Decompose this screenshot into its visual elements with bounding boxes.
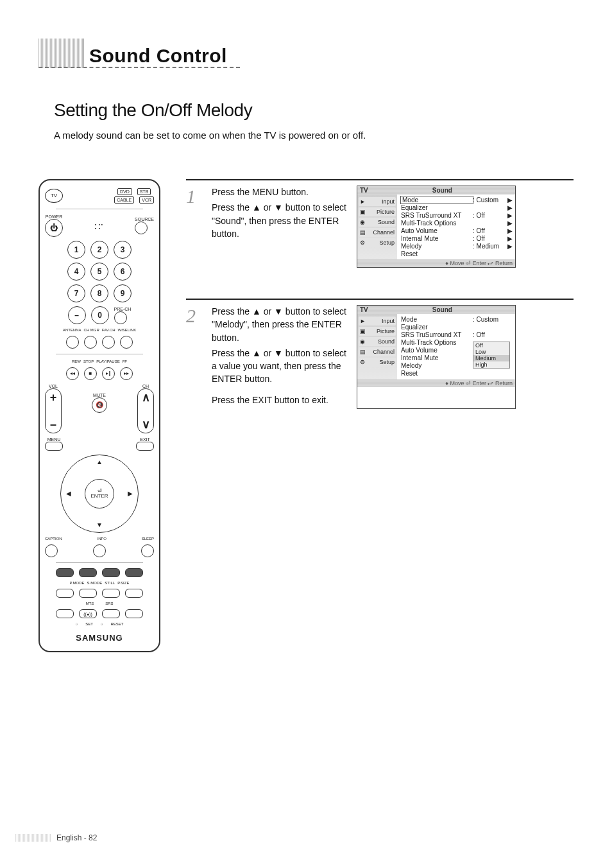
remote-rew: ◂◂ <box>66 367 79 380</box>
osd2-melody-popup: OffLowMediumHigh <box>473 342 510 369</box>
remote-row-b-labels: REWSTOPPLAY/PAUSEFF <box>72 360 127 363</box>
remote-exit-label: EXIT <box>136 437 154 442</box>
remote-chmgr <box>84 336 97 349</box>
remote-num-9: 9 <box>114 284 132 302</box>
intro-text: A melody sound can be set to come on whe… <box>54 130 574 141</box>
remote-info <box>93 544 106 557</box>
remote-prech-button <box>114 311 127 324</box>
remote-mute-button: 🔇 <box>92 397 107 413</box>
osd-tab-channel: ▤Channel <box>359 228 396 237</box>
osd1-row: Multi-Track Options▶ <box>401 220 513 227</box>
section-header: Sound Control <box>38 39 574 68</box>
osd-tab-input: ►Input <box>359 197 396 206</box>
remote-wiselink <box>120 336 133 349</box>
remote-num-0: 0 <box>91 306 109 324</box>
osd1-footer: ♦ Move ⏎ Enter ⮐ Return <box>357 259 515 267</box>
remote-antenna <box>66 336 79 349</box>
osd-tab-channel: ▤Channel <box>359 347 396 356</box>
header-ornament <box>38 39 84 68</box>
step-2-text: Press the ▲ or ▼ button to select "Melod… <box>212 305 346 409</box>
remote-tv-button: TV <box>45 189 63 203</box>
remote-prech-label: PRE-CH <box>114 307 132 311</box>
remote-smode <box>79 589 97 598</box>
remote-stop: ■ <box>84 367 97 380</box>
osd2-row: Reset <box>401 370 513 377</box>
remote-source-label: SOURCE <box>135 217 154 221</box>
remote-play: ▸‖ <box>102 367 115 380</box>
osd2-popup-option: Off <box>473 342 509 349</box>
remote-nav-down-icon: ▼ <box>96 522 103 528</box>
osd1-row: Reset <box>401 250 513 257</box>
section-title: Sound Control <box>84 45 227 68</box>
remote-favch <box>102 336 115 349</box>
osd1-title: Sound <box>372 187 513 194</box>
remote-mode-cable: CABLE <box>114 196 134 204</box>
remote-color-a <box>56 568 74 577</box>
osd1-row: SRS TruSurround XT: Off▶ <box>401 212 513 219</box>
remote-mode-vcr: VCR <box>139 196 154 204</box>
osd2-tv-tag: TV <box>360 306 368 313</box>
remote-row-d-labels: P.MODES.MODESTILLP.SIZE <box>70 581 130 585</box>
remote-num-2: 2 <box>90 241 108 259</box>
remote-ch-up: ∧ <box>142 392 150 403</box>
step-2-number: 2 <box>186 305 201 409</box>
remote-brand: SAMSUNG <box>76 634 123 642</box>
osd2-popup-option: Medium <box>473 355 509 361</box>
header-underline <box>38 67 240 68</box>
osd2-row: SRS TruSurround XT: Off <box>401 331 513 338</box>
osd-menu-1: TV Sound ►Input▣Picture◉Sound▤Channel⚙Se… <box>357 186 516 268</box>
osd1-row: Melody: Medium▶ <box>401 243 513 250</box>
osd1-row: Auto Volume: Off▶ <box>401 227 513 234</box>
remote-exit-button <box>136 442 154 451</box>
remote-set-label: SET <box>85 622 93 626</box>
remote-still <box>102 589 120 598</box>
osd-tab-picture: ▣Picture <box>359 207 396 216</box>
page-number: English - 82 <box>56 833 97 842</box>
osd1-row: Mode: Custom▶ <box>401 196 513 204</box>
remote-row-e-labels: MTSSRS <box>85 602 113 605</box>
remote-row-c-labels: CAPTIONINFOSLEEP <box>45 537 154 541</box>
remote-extra-a <box>102 609 120 618</box>
remote-num-3: 3 <box>114 241 132 259</box>
remote-nav-up-icon: ▲ <box>96 459 103 465</box>
remote-psize <box>125 589 143 598</box>
remote-enter-button: ⏎ ENTER <box>85 479 114 508</box>
remote-color-d <box>125 568 143 577</box>
footer-ornament <box>15 834 51 842</box>
remote-color-c <box>102 568 120 577</box>
osd2-footer: ♦ Move ⏎ Enter ⮐ Return <box>357 379 515 387</box>
remote-extra-b <box>125 609 143 618</box>
step-2: 2 Press the ▲ or ▼ button to select "Mel… <box>186 299 574 409</box>
osd2-row: Mode: Custom <box>401 316 513 323</box>
remote-sleep <box>141 544 154 557</box>
remote-menu-button <box>45 442 63 451</box>
osd1-row: Internal Mute: Off▶ <box>401 235 513 242</box>
osd1-row: Equalizer▶ <box>401 204 513 211</box>
remote-ff: ▸▸ <box>120 367 133 380</box>
remote-source-button <box>135 221 148 234</box>
remote-num-7: 7 <box>67 284 85 302</box>
remote-dash-button: – <box>68 306 86 324</box>
page-footer: English - 82 <box>15 833 97 842</box>
remote-color-b <box>79 568 97 577</box>
remote-vol-up: + <box>50 392 57 403</box>
osd-tab-sound: ◉Sound <box>359 337 396 346</box>
remote-menu-label: MENU <box>45 437 63 442</box>
remote-vol-label: VOL <box>45 384 62 388</box>
osd-tab-setup: ⚙Setup <box>359 238 396 247</box>
osd-tab-setup: ⚙Setup <box>359 358 396 367</box>
remote-mode-stb: STB <box>137 188 151 195</box>
remote-power-button: ⏻ <box>45 219 63 237</box>
remote-vol-down: – <box>50 419 56 430</box>
remote-mode-dvd: DVD <box>117 188 132 195</box>
osd-tab-picture: ▣Picture <box>359 327 396 336</box>
remote-reset-label: RESET <box>110 622 123 626</box>
osd2-rows: Mode: CustomEqualizerSRS TruSurround XT:… <box>397 314 515 379</box>
osd-tab-sound: ◉Sound <box>359 218 396 227</box>
step-1-number: 1 <box>186 186 201 268</box>
remote-power-label: POWER <box>45 214 63 219</box>
step-1: 1 Press the MENU button. Press the ▲ or … <box>186 179 574 268</box>
remote-num-8: 8 <box>90 284 108 302</box>
remote-num-1: 1 <box>67 241 85 259</box>
osd2-popup-option: High <box>473 361 509 368</box>
